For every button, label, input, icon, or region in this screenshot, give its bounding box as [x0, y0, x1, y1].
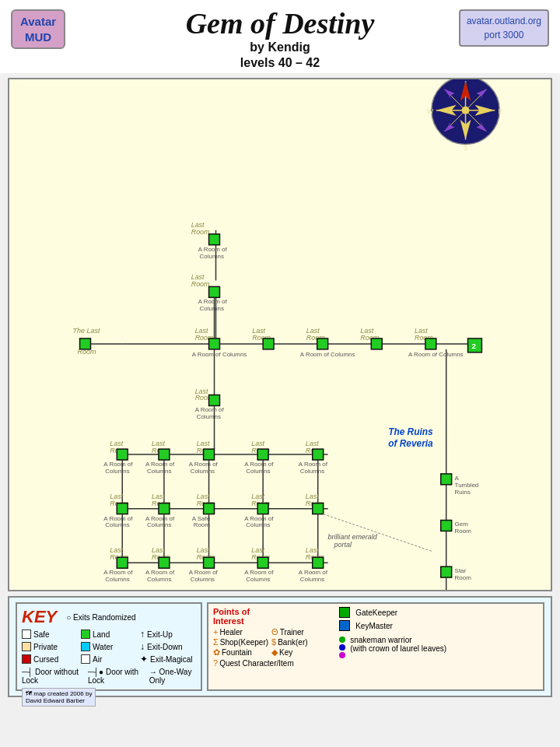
- private-box: [22, 642, 31, 651]
- svg-text:portal: portal: [334, 541, 352, 549]
- legend-water: Water: [81, 641, 137, 652]
- map-container: ✦ N S E W Last Room A Room of Columns La…: [8, 78, 552, 591]
- door-no-lock: ─┤ Door without Lock: [22, 668, 80, 685]
- avatar-line1: Avatar: [20, 15, 56, 28]
- land-box: [81, 630, 90, 639]
- svg-text:A: A: [455, 475, 460, 482]
- safe-label: Safe: [33, 630, 50, 639]
- svg-text:A Room of Columns: A Room of Columns: [192, 351, 247, 358]
- legend-exit-down: ↓ Exit-Down: [140, 641, 196, 652]
- svg-text:A Room of: A Room of: [299, 461, 328, 468]
- svg-text:Columns: Columns: [197, 413, 221, 420]
- svg-rect-166: [441, 566, 452, 577]
- svg-rect-99: [117, 503, 128, 514]
- svg-rect-104: [159, 503, 170, 514]
- exit-magical-label: Exit-Magical: [150, 655, 192, 664]
- water-label: Water: [93, 643, 113, 651]
- svg-text:Gem: Gem: [455, 521, 469, 528]
- poi-key: ◆ Key: [271, 647, 327, 658]
- key-title: KEY: [22, 607, 57, 627]
- svg-text:Columns: Columns: [105, 576, 129, 583]
- svg-rect-151: [313, 557, 324, 568]
- air-box: [81, 654, 90, 664]
- svg-text:A Room of: A Room of: [244, 461, 274, 468]
- svg-rect-141: [204, 557, 215, 568]
- poi-fountain: ✿ Fountain: [213, 647, 268, 658]
- svg-text:A Safe: A Safe: [192, 515, 211, 522]
- svg-rect-83: [257, 449, 268, 460]
- svg-text:Room: Room: [191, 228, 210, 236]
- svg-text:Room: Room: [78, 348, 96, 356]
- exit-magical-icon: ✦: [140, 654, 148, 665]
- svg-text:Columns: Columns: [147, 468, 171, 475]
- svg-rect-78: [204, 449, 215, 460]
- bank-symbol: $: [271, 637, 276, 647]
- svg-rect-30: [209, 286, 220, 297]
- exit-down-icon: ↓: [140, 641, 145, 652]
- svg-text:A Room of: A Room of: [103, 569, 133, 576]
- svg-text:A Room of: A Room of: [103, 461, 133, 468]
- svg-rect-40: [209, 338, 220, 349]
- svg-text:A Room of: A Room of: [299, 569, 328, 576]
- svg-text:A Room of: A Room of: [244, 515, 274, 522]
- svg-rect-24: [209, 234, 220, 245]
- svg-text:A Room of: A Room of: [145, 569, 175, 576]
- svg-rect-61: [209, 395, 220, 406]
- poi-shop: Σ Shop(Keeper): [213, 637, 268, 647]
- svg-text:A Room of: A Room of: [145, 461, 175, 468]
- svg-text:Columns: Columns: [105, 521, 129, 528]
- land-label: Land: [93, 630, 110, 639]
- svg-text:A Room of: A Room of: [103, 515, 133, 522]
- svg-text:The Ruins: The Ruins: [388, 426, 433, 437]
- svg-rect-114: [257, 503, 268, 514]
- poi-bank: $ Bank(er): [271, 637, 327, 647]
- svg-text:Room: Room: [455, 574, 472, 581]
- svg-rect-157: [441, 474, 452, 485]
- svg-text:S: S: [464, 144, 468, 152]
- server-badge: avatar.outland.org port 3000: [459, 9, 549, 47]
- svg-text:Columns: Columns: [200, 305, 224, 312]
- svg-rect-131: [117, 557, 128, 568]
- svg-text:The Last: The Last: [73, 327, 100, 335]
- poi-left: Points ofInterest + Healer Θ Trainer Σ S…: [213, 607, 327, 668]
- dot-pink: [339, 652, 345, 658]
- cursed-label: Cursed: [33, 655, 58, 664]
- gatekeeper-label: GateKeeper: [355, 608, 397, 617]
- trainer-symbol: Θ: [271, 627, 278, 637]
- server-line1: avatar.outland.org: [467, 16, 541, 26]
- svg-text:Columns: Columns: [246, 468, 270, 475]
- svg-rect-136: [159, 557, 170, 568]
- poi-title: Points ofInterest: [213, 607, 327, 626]
- legend-exit-magical: ✦ Exit-Magical: [140, 654, 196, 665]
- avatar-line2: MUD: [25, 30, 51, 44]
- svg-rect-109: [204, 503, 215, 514]
- shop-symbol: Σ: [213, 637, 219, 647]
- gatekeeper-box: [339, 607, 350, 618]
- legend-key-section: KEY ○ Exits Randomized Safe Land ↑ Exit-…: [16, 602, 202, 691]
- svg-text:A Room of Columns: A Room of Columns: [300, 351, 355, 358]
- cursed-box: [22, 654, 31, 664]
- svg-text:Tumbled: Tumbled: [455, 482, 479, 489]
- svg-text:Columns: Columns: [246, 576, 270, 583]
- svg-text:Columns: Columns: [147, 576, 171, 583]
- legend-exit-up: ↑ Exit-Up: [140, 629, 196, 640]
- keymaster-label: KeyMaster: [355, 622, 393, 630]
- mob-description: snakeman warrior (with crown of laurel l…: [350, 636, 446, 653]
- svg-text:Room: Room: [455, 528, 472, 535]
- keymaster-box: [339, 620, 350, 631]
- safe-box: [22, 630, 31, 639]
- svg-text:Room: Room: [191, 280, 210, 288]
- svg-rect-51: [371, 338, 382, 349]
- mob-dots: [339, 636, 345, 658]
- legend-safe: Safe: [22, 629, 78, 640]
- svg-text:of Reveria: of Reveria: [388, 438, 433, 449]
- svg-text:brilliant emerald: brilliant emerald: [328, 533, 378, 541]
- svg-text:Columns: Columns: [191, 468, 215, 475]
- private-label: Private: [33, 643, 58, 651]
- svg-text:A Room of: A Room of: [198, 298, 228, 305]
- svg-text:Star: Star: [455, 567, 467, 574]
- legend-cursed: Cursed: [22, 654, 78, 665]
- exit-up-icon: ↑: [140, 629, 145, 640]
- svg-rect-68: [117, 449, 128, 460]
- legend-private: Private: [22, 641, 78, 652]
